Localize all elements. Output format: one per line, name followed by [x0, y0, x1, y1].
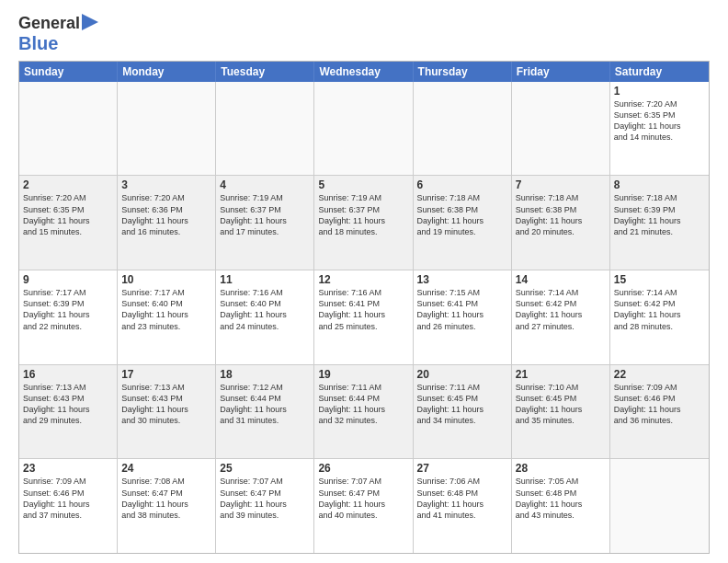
day-number: 28 [516, 462, 606, 475]
day-info: Sunrise: 7:20 AM Sunset: 6:35 PM Dayligh… [614, 98, 705, 144]
calendar-cell: 2Sunrise: 7:20 AM Sunset: 6:35 PM Daylig… [19, 176, 118, 270]
logo: General Blue [18, 15, 98, 53]
day-info: Sunrise: 7:10 AM Sunset: 6:45 PM Dayligh… [516, 382, 606, 427]
calendar-cell: 18Sunrise: 7:12 AM Sunset: 6:44 PM Dayli… [216, 365, 314, 459]
calendar-cell [118, 82, 216, 176]
calendar-cell: 10Sunrise: 7:17 AM Sunset: 6:40 PM Dayli… [118, 270, 216, 364]
weekday-header: Monday [118, 62, 216, 82]
calendar-cell: 24Sunrise: 7:08 AM Sunset: 6:47 PM Dayli… [118, 459, 216, 553]
calendar-cell: 17Sunrise: 7:13 AM Sunset: 6:43 PM Dayli… [118, 365, 216, 459]
calendar-cell [314, 82, 413, 176]
calendar-cell: 25Sunrise: 7:07 AM Sunset: 6:47 PM Dayli… [216, 459, 314, 553]
day-info: Sunrise: 7:13 AM Sunset: 6:43 PM Dayligh… [121, 382, 211, 427]
day-info: Sunrise: 7:09 AM Sunset: 6:46 PM Dayligh… [614, 382, 705, 427]
day-info: Sunrise: 7:16 AM Sunset: 6:41 PM Dayligh… [318, 287, 408, 332]
calendar-cell: 1Sunrise: 7:20 AM Sunset: 6:35 PM Daylig… [610, 82, 709, 176]
day-info: Sunrise: 7:17 AM Sunset: 6:40 PM Dayligh… [121, 287, 211, 332]
calendar-cell: 15Sunrise: 7:14 AM Sunset: 6:42 PM Dayli… [610, 270, 709, 364]
day-info: Sunrise: 7:15 AM Sunset: 6:41 PM Dayligh… [417, 287, 507, 332]
day-number: 7 [516, 178, 606, 191]
calendar-cell: 16Sunrise: 7:13 AM Sunset: 6:43 PM Dayli… [19, 365, 118, 459]
weekday-header: Tuesday [216, 62, 314, 82]
day-number: 1 [614, 85, 705, 98]
day-number: 4 [220, 178, 310, 191]
calendar-cell [19, 82, 118, 176]
day-number: 11 [220, 273, 310, 286]
day-number: 15 [614, 273, 705, 286]
day-number: 17 [121, 368, 211, 381]
calendar-cell: 8Sunrise: 7:18 AM Sunset: 6:39 PM Daylig… [610, 176, 709, 270]
calendar-cell: 22Sunrise: 7:09 AM Sunset: 6:46 PM Dayli… [610, 365, 709, 459]
calendar-cell: 4Sunrise: 7:19 AM Sunset: 6:37 PM Daylig… [216, 176, 314, 270]
calendar-cell [610, 459, 709, 553]
calendar-header: SundayMondayTuesdayWednesdayThursdayFrid… [19, 62, 709, 82]
day-info: Sunrise: 7:18 AM Sunset: 6:39 PM Dayligh… [614, 192, 705, 237]
calendar-cell [414, 82, 512, 176]
calendar-cell [512, 82, 610, 176]
day-number: 26 [318, 462, 408, 475]
day-info: Sunrise: 7:20 AM Sunset: 6:35 PM Dayligh… [23, 192, 113, 237]
day-info: Sunrise: 7:18 AM Sunset: 6:38 PM Dayligh… [516, 192, 606, 237]
day-number: 19 [318, 368, 408, 381]
day-number: 6 [417, 178, 507, 191]
day-info: Sunrise: 7:07 AM Sunset: 6:47 PM Dayligh… [220, 476, 310, 521]
calendar-body: 1Sunrise: 7:20 AM Sunset: 6:35 PM Daylig… [19, 82, 709, 553]
day-number: 21 [516, 368, 606, 381]
calendar-row: 9Sunrise: 7:17 AM Sunset: 6:39 PM Daylig… [19, 270, 709, 365]
svg-marker-0 [82, 14, 98, 30]
day-number: 18 [220, 368, 310, 381]
calendar-cell: 19Sunrise: 7:11 AM Sunset: 6:44 PM Dayli… [314, 365, 413, 459]
weekday-header: Thursday [414, 62, 512, 82]
day-info: Sunrise: 7:18 AM Sunset: 6:38 PM Dayligh… [417, 192, 507, 237]
day-number: 14 [516, 273, 606, 286]
day-info: Sunrise: 7:11 AM Sunset: 6:44 PM Dayligh… [318, 382, 408, 427]
calendar-cell: 27Sunrise: 7:06 AM Sunset: 6:48 PM Dayli… [414, 459, 512, 553]
day-info: Sunrise: 7:19 AM Sunset: 6:37 PM Dayligh… [220, 192, 310, 237]
logo-icon [82, 14, 98, 30]
logo-general: General [18, 15, 80, 33]
calendar-cell: 9Sunrise: 7:17 AM Sunset: 6:39 PM Daylig… [19, 270, 118, 364]
calendar-row: 16Sunrise: 7:13 AM Sunset: 6:43 PM Dayli… [19, 365, 709, 460]
calendar-cell: 3Sunrise: 7:20 AM Sunset: 6:36 PM Daylig… [118, 176, 216, 270]
day-number: 10 [121, 273, 211, 286]
day-info: Sunrise: 7:07 AM Sunset: 6:47 PM Dayligh… [318, 476, 408, 521]
day-number: 16 [23, 368, 113, 381]
day-number: 24 [121, 462, 211, 475]
weekday-header: Friday [512, 62, 610, 82]
calendar-cell: 7Sunrise: 7:18 AM Sunset: 6:38 PM Daylig… [512, 176, 610, 270]
day-info: Sunrise: 7:12 AM Sunset: 6:44 PM Dayligh… [220, 382, 310, 427]
day-number: 22 [614, 368, 705, 381]
calendar-row: 2Sunrise: 7:20 AM Sunset: 6:35 PM Daylig… [19, 176, 709, 270]
day-info: Sunrise: 7:08 AM Sunset: 6:47 PM Dayligh… [121, 476, 211, 521]
calendar-cell: 14Sunrise: 7:14 AM Sunset: 6:42 PM Dayli… [512, 270, 610, 364]
day-info: Sunrise: 7:09 AM Sunset: 6:46 PM Dayligh… [23, 476, 113, 521]
header: General Blue [18, 15, 710, 53]
day-info: Sunrise: 7:05 AM Sunset: 6:48 PM Dayligh… [516, 476, 606, 521]
day-info: Sunrise: 7:19 AM Sunset: 6:37 PM Dayligh… [318, 192, 408, 237]
calendar-cell: 6Sunrise: 7:18 AM Sunset: 6:38 PM Daylig… [414, 176, 512, 270]
day-info: Sunrise: 7:20 AM Sunset: 6:36 PM Dayligh… [121, 192, 211, 237]
calendar-cell: 5Sunrise: 7:19 AM Sunset: 6:37 PM Daylig… [314, 176, 413, 270]
calendar-cell: 12Sunrise: 7:16 AM Sunset: 6:41 PM Dayli… [314, 270, 413, 364]
day-number: 12 [318, 273, 408, 286]
day-info: Sunrise: 7:13 AM Sunset: 6:43 PM Dayligh… [23, 382, 113, 427]
logo-blue: Blue [18, 33, 58, 53]
calendar-row: 23Sunrise: 7:09 AM Sunset: 6:46 PM Dayli… [19, 459, 709, 553]
day-info: Sunrise: 7:16 AM Sunset: 6:40 PM Dayligh… [220, 287, 310, 332]
day-info: Sunrise: 7:11 AM Sunset: 6:45 PM Dayligh… [417, 382, 507, 427]
calendar: SundayMondayTuesdayWednesdayThursdayFrid… [18, 61, 710, 554]
day-number: 2 [23, 178, 113, 191]
calendar-cell: 28Sunrise: 7:05 AM Sunset: 6:48 PM Dayli… [512, 459, 610, 553]
day-info: Sunrise: 7:06 AM Sunset: 6:48 PM Dayligh… [417, 476, 507, 521]
day-info: Sunrise: 7:14 AM Sunset: 6:42 PM Dayligh… [614, 287, 705, 332]
day-number: 3 [121, 178, 211, 191]
page: General Blue SundayMondayTuesdayWednesda… [0, 0, 728, 563]
day-info: Sunrise: 7:14 AM Sunset: 6:42 PM Dayligh… [516, 287, 606, 332]
calendar-cell: 21Sunrise: 7:10 AM Sunset: 6:45 PM Dayli… [512, 365, 610, 459]
day-number: 27 [417, 462, 507, 475]
calendar-cell: 20Sunrise: 7:11 AM Sunset: 6:45 PM Dayli… [414, 365, 512, 459]
calendar-row: 1Sunrise: 7:20 AM Sunset: 6:35 PM Daylig… [19, 82, 709, 177]
weekday-header: Saturday [610, 62, 709, 82]
day-number: 25 [220, 462, 310, 475]
calendar-cell: 13Sunrise: 7:15 AM Sunset: 6:41 PM Dayli… [414, 270, 512, 364]
